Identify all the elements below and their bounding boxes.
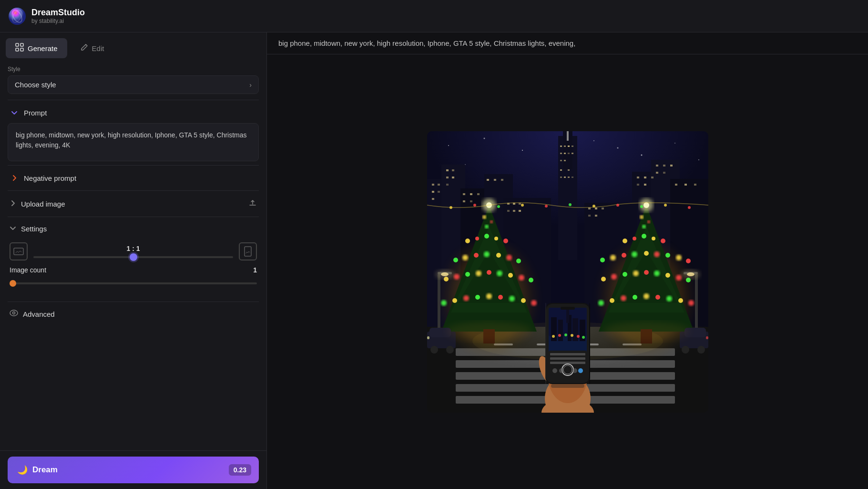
svg-rect-31 [446, 169, 449, 171]
negative-prompt-title: Negative prompt [24, 174, 76, 182]
svg-point-258 [640, 205, 643, 208]
svg-point-181 [621, 295, 626, 301]
svg-point-184 [655, 295, 660, 300]
svg-point-154 [647, 220, 650, 223]
svg-rect-87 [507, 210, 510, 212]
prompt-display: big phone, midtown, new york, high resol… [267, 32, 868, 54]
settings-section-header[interactable]: Settings [8, 219, 259, 239]
svg-rect-75 [564, 160, 566, 161]
advanced-section-title: Advanced [23, 310, 55, 318]
svg-point-223 [552, 335, 555, 338]
svg-point-133 [508, 273, 513, 278]
svg-point-162 [610, 255, 616, 260]
svg-rect-59 [694, 184, 696, 186]
dream-button[interactable]: 🌙 Dream 0.23 [8, 457, 259, 483]
app-subtitle: by stability.ai [31, 18, 85, 24]
aspect-ratio-slider[interactable] [33, 256, 233, 258]
moon-icon: 🌙 [17, 465, 28, 475]
svg-point-139 [475, 295, 480, 300]
prompt-text[interactable]: big phone, midtown, new york, high resol… [8, 123, 259, 161]
advanced-section[interactable]: Advanced [8, 304, 259, 324]
svg-rect-242 [427, 336, 429, 339]
svg-point-167 [665, 253, 670, 258]
svg-point-179 [598, 300, 604, 306]
upload-section-title: Upload image [21, 200, 65, 208]
svg-point-256 [592, 205, 595, 208]
svg-rect-237 [589, 303, 590, 384]
svg-point-125 [506, 255, 512, 260]
svg-rect-63 [567, 131, 569, 141]
svg-point-171 [611, 274, 617, 280]
svg-rect-52 [656, 165, 658, 166]
image-count-section: Image count 1 [10, 266, 257, 286]
svg-point-126 [516, 259, 521, 263]
svg-point-164 [632, 251, 637, 257]
dream-btn-label: Dream [32, 465, 58, 475]
svg-point-182 [633, 295, 637, 300]
svg-point-161 [600, 258, 605, 262]
svg-point-186 [678, 298, 683, 303]
negative-prompt-toggle-icon [10, 173, 19, 183]
divider-3 [8, 190, 259, 191]
svg-rect-77 [568, 169, 570, 171]
negative-prompt-header[interactable]: Negative prompt [8, 167, 259, 188]
svg-point-113 [490, 220, 493, 223]
prompt-section-header[interactable]: Prompt [8, 102, 259, 123]
tab-generate[interactable]: Generate [6, 38, 67, 58]
svg-point-118 [494, 237, 498, 240]
svg-rect-92 [602, 208, 604, 209]
svg-point-131 [487, 270, 491, 275]
style-chooser[interactable]: Choose style › [8, 75, 259, 94]
aspect-landscape-icon[interactable] [10, 242, 28, 260]
svg-rect-6 [20, 48, 23, 51]
svg-point-155 [642, 225, 646, 229]
upload-icon [248, 198, 257, 209]
svg-point-233 [559, 368, 564, 373]
svg-rect-66 [560, 146, 562, 147]
svg-point-17 [674, 143, 675, 144]
svg-point-240 [430, 346, 438, 354]
svg-rect-48 [644, 177, 646, 178]
image-count-row: Image count 1 [10, 266, 257, 274]
svg-rect-216 [572, 318, 578, 341]
logo-text-group: DreamStudio by stability.ai [31, 8, 85, 25]
svg-rect-32 [452, 169, 454, 171]
svg-rect-80 [568, 177, 570, 178]
svg-rect-7 [14, 248, 23, 255]
svg-point-132 [497, 271, 502, 276]
svg-point-197 [681, 270, 700, 279]
svg-point-130 [476, 271, 481, 276]
tab-edit-label: Edit [92, 44, 104, 52]
image-count-slider[interactable] [10, 282, 257, 284]
svg-rect-35 [446, 184, 449, 186]
svg-point-153 [640, 215, 643, 219]
svg-point-251 [473, 204, 476, 207]
svg-point-10 [13, 312, 15, 314]
logo-icon [9, 8, 26, 25]
svg-point-226 [571, 334, 573, 337]
dream-btn-wrap: 🌙 Dream 0.23 [0, 450, 266, 489]
svg-point-142 [509, 296, 515, 302]
svg-rect-5 [16, 48, 19, 51]
svg-point-140 [486, 293, 492, 299]
svg-rect-49 [651, 177, 654, 178]
aspect-portrait-icon[interactable] [239, 242, 257, 260]
settings-section: Settings 1 : 1 [8, 219, 259, 300]
svg-point-115 [465, 239, 470, 243]
svg-rect-236 [545, 303, 546, 384]
svg-point-245 [682, 346, 689, 354]
svg-point-193 [435, 270, 454, 279]
svg-rect-229 [561, 307, 575, 310]
svg-point-174 [644, 270, 649, 275]
svg-rect-36 [463, 193, 465, 195]
svg-rect-47 [637, 177, 639, 178]
eye-icon [10, 310, 18, 318]
svg-rect-190 [438, 274, 440, 336]
svg-point-170 [601, 277, 606, 281]
svg-point-117 [484, 234, 489, 239]
svg-point-143 [521, 298, 526, 303]
upload-section[interactable]: Upload image [8, 193, 259, 215]
tab-edit[interactable]: Edit [71, 38, 114, 58]
svg-point-166 [654, 251, 660, 257]
generated-image [427, 131, 708, 413]
